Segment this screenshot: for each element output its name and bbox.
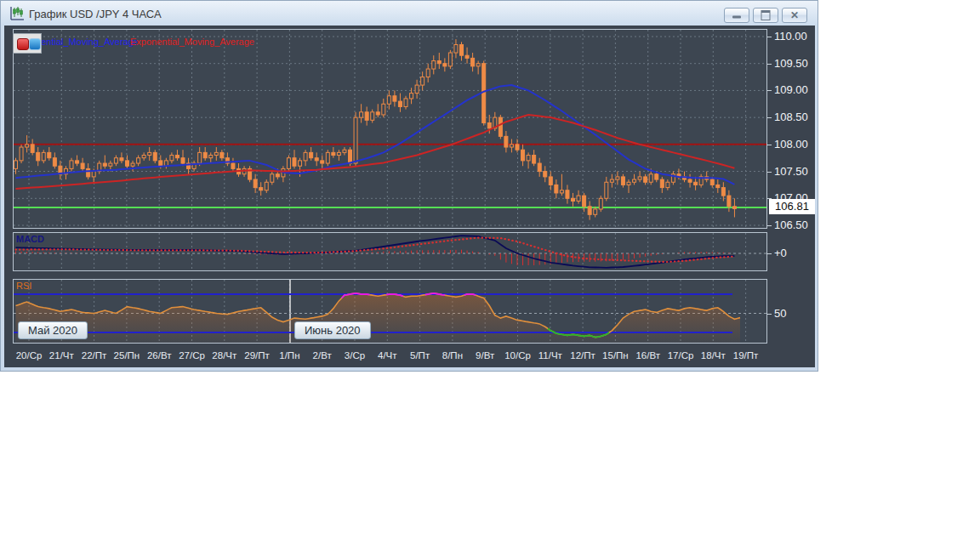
date-label: 29/Пт: [244, 350, 270, 361]
date-label: 15/Пн: [602, 350, 629, 361]
legend-ma-slow: Exponential_Moving_Average: [130, 37, 254, 47]
window-title: График USD /JPY 4 ЧАСА: [29, 8, 162, 20]
month-label-june: Июнь 2020: [294, 321, 371, 339]
month-label-may: Май 2020: [18, 321, 88, 339]
price-scale-label: 106.50: [774, 219, 808, 231]
price-scale-label: 110.00: [774, 30, 807, 43]
price-scale-label: 107.50: [774, 165, 808, 178]
date-label: 26/Вт: [147, 350, 172, 361]
date-label: 16/Вт: [635, 350, 660, 361]
scale-tick: [767, 64, 772, 65]
date-label: 21/Чт: [49, 350, 74, 361]
indicator-buttons-box: [13, 33, 42, 54]
price-panel: [13, 29, 767, 229]
date-label: 18/Чт: [701, 350, 726, 361]
date-label: 25/Пн: [114, 350, 140, 361]
macd-canvas[interactable]: [14, 233, 766, 270]
close-icon: ✕: [790, 9, 799, 22]
date-label: 2/Вт: [313, 350, 332, 361]
scale-tick: [767, 145, 772, 145]
date-label: 22/Пт: [82, 350, 107, 361]
date-label: 4/Чт: [378, 350, 397, 361]
price-scale-label: 108.00: [774, 138, 808, 151]
date-label: 20/Ср: [16, 350, 43, 361]
date-label: 1/Пн: [279, 350, 299, 361]
price-scale-label: 109.00: [774, 83, 808, 96]
rsi-panel: [13, 279, 767, 344]
price-chart-canvas[interactable]: [14, 30, 766, 228]
scale-tick: [767, 253, 772, 254]
macd-panel: [13, 232, 767, 271]
window-icon: [9, 5, 26, 22]
price-scale-label: 109.50: [774, 57, 808, 70]
date-label: 8/Пн: [442, 350, 463, 361]
current-price-badge: 106.81: [769, 199, 815, 214]
scale-tick: [767, 117, 772, 118]
date-label: 3/Ср: [345, 350, 365, 361]
rsi-mid-label: 50: [774, 307, 786, 320]
scale-tick: [767, 37, 772, 37]
indicator-toggle-blue[interactable]: [29, 38, 41, 50]
scale-tick: [767, 90, 772, 91]
titlebar[interactable]: График USD /JPY 4 ЧАСА ✕: [1, 1, 818, 26]
rsi-label: RSI: [16, 281, 31, 291]
close-button[interactable]: ✕: [782, 8, 807, 23]
minimize-icon: [732, 16, 741, 19]
restore-button[interactable]: [753, 8, 778, 23]
chart-window: График USD /JPY 4 ЧАСА ✕ Exponential_Mov…: [0, 0, 818, 372]
macd-zero-label: +0: [774, 247, 787, 259]
date-label: 12/Пт: [570, 350, 595, 361]
date-label: 10/Ср: [504, 350, 531, 361]
restore-icon: [761, 10, 771, 20]
price-scale-label: 108.50: [774, 111, 808, 123]
scale-tick: [767, 314, 772, 315]
date-label: 5/Пт: [410, 350, 430, 361]
date-label: 28/Чт: [212, 350, 236, 361]
rsi-canvas[interactable]: [14, 280, 766, 343]
scale-tick: [767, 225, 772, 226]
indicator-toggle-red[interactable]: [17, 38, 29, 50]
date-label: 9/Вт: [476, 350, 494, 361]
date-label: 17/Ср: [668, 350, 694, 361]
minimize-button[interactable]: [724, 8, 749, 23]
date-label: 11/Чт: [538, 350, 562, 361]
macd-label: MACD: [16, 234, 44, 244]
scale-tick: [767, 172, 772, 173]
date-label: 19/Пт: [733, 350, 759, 361]
date-label: 27/Ср: [179, 350, 205, 361]
